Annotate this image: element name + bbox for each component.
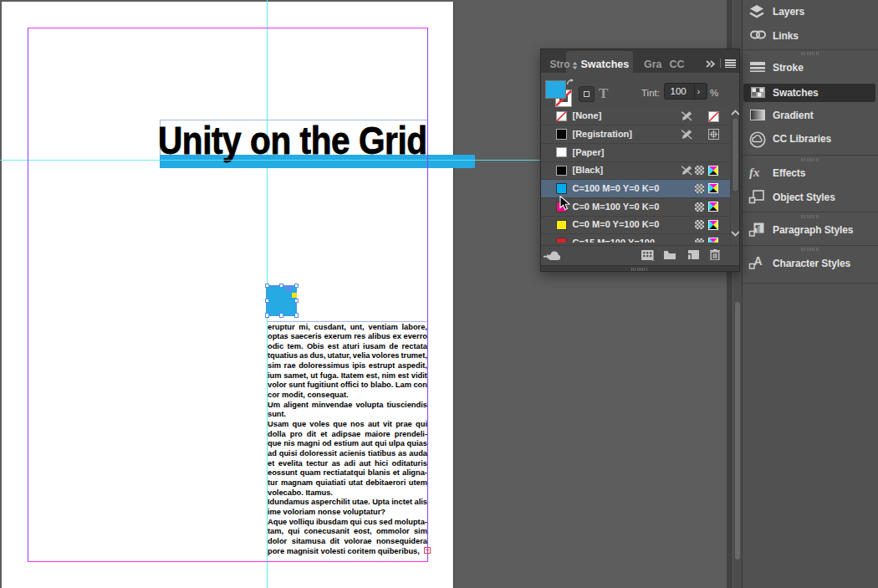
svg-text:A: A bbox=[754, 255, 763, 268]
svg-text:¶: ¶ bbox=[755, 223, 760, 233]
